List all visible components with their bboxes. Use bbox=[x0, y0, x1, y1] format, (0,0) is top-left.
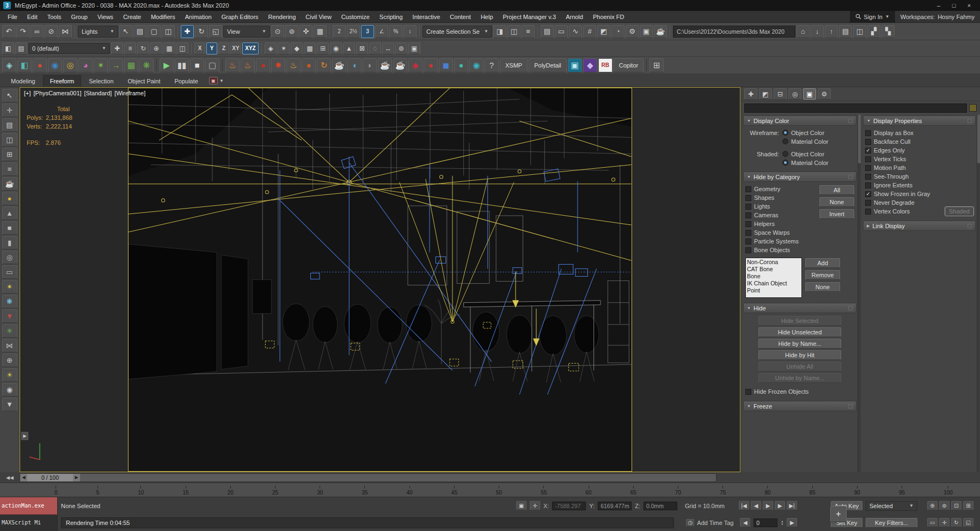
zoom-region-icon[interactable]: ▭ bbox=[927, 518, 938, 527]
select-layer-objects-icon[interactable]: ↻ bbox=[137, 42, 149, 54]
particle-systems-checkbox[interactable] bbox=[745, 239, 751, 245]
category-none-button[interactable]: None bbox=[805, 282, 840, 292]
spacing-icon[interactable]: ↔ bbox=[382, 42, 394, 54]
create-tab[interactable]: ✚ bbox=[744, 88, 757, 100]
menu-content[interactable]: Content bbox=[445, 12, 475, 22]
phoenix-liquid-icon[interactable]: ◉ bbox=[48, 58, 62, 72]
teapot-preset-icon[interactable]: ☕ bbox=[332, 58, 346, 72]
bind-to-space-warp-icon[interactable]: ⋈ bbox=[59, 25, 72, 38]
window-crossing-icon[interactable]: ◫ bbox=[162, 25, 175, 38]
rectangular-selection-region-icon[interactable]: ▢ bbox=[148, 25, 161, 38]
explosion-preset-icon[interactable]: ✸ bbox=[271, 58, 285, 72]
frame-spinner[interactable]: ▲▼ bbox=[781, 520, 783, 526]
hide-invert-button[interactable]: Invert bbox=[819, 209, 854, 219]
next-frame-arrow[interactable]: ▶ bbox=[73, 474, 80, 481]
restrict-y-button[interactable]: Y bbox=[206, 42, 217, 54]
delete-cache-icon[interactable]: ▢ bbox=[205, 58, 219, 72]
render-setup-icon[interactable]: ⚙ bbox=[626, 25, 639, 38]
layers-icon[interactable]: ▤ bbox=[2, 118, 17, 132]
star-tool-icon[interactable]: ✶ bbox=[278, 42, 290, 54]
maximize-button[interactable]: □ bbox=[946, 1, 961, 10]
menu-project-manager[interactable]: Project Manager v.3 bbox=[499, 12, 561, 22]
teal-circle-plugin-icon[interactable]: ● bbox=[454, 58, 468, 72]
category-remove-button[interactable]: Remove bbox=[805, 270, 840, 280]
menu-interactive[interactable]: Interactive bbox=[408, 12, 445, 22]
zoom-extents-all-icon[interactable]: ⊞ bbox=[963, 501, 973, 510]
track-bar[interactable]: 0 5 10 15 20 25 30 bbox=[0, 483, 980, 497]
dual-view-icon[interactable]: ◫ bbox=[853, 25, 866, 38]
scroll-down-icon[interactable]: ▼ bbox=[2, 398, 17, 411]
list-item[interactable]: IK Chain Object bbox=[747, 280, 800, 287]
slate-material-editor-icon[interactable]: ◔ bbox=[611, 25, 624, 38]
create-new-layer-icon[interactable]: ✚ bbox=[111, 42, 123, 54]
shapes-checkbox[interactable] bbox=[745, 195, 751, 201]
current-frame-field[interactable]: 0 bbox=[754, 518, 777, 527]
wireframe-object-color-radio[interactable]: Object Color bbox=[782, 129, 854, 137]
y-coordinate-field[interactable]: 6169.477m bbox=[598, 502, 632, 510]
polydetail-button[interactable]: PolyDetail bbox=[529, 58, 567, 72]
cone-icon[interactable]: ▲ bbox=[2, 206, 17, 220]
selection-lock-icon[interactable]: ▣ bbox=[516, 501, 526, 510]
water-drop-plugin-icon[interactable]: ◉ bbox=[469, 58, 483, 72]
shaded-material-color-radio[interactable]: Material Color bbox=[782, 158, 854, 167]
show-frozen-in-gray-checkbox[interactable] bbox=[865, 191, 871, 197]
use-pivot-point-icon[interactable]: ⊙ bbox=[271, 25, 284, 38]
menu-customize[interactable]: Customize bbox=[337, 12, 374, 22]
zoom-all-icon[interactable]: ⊚ bbox=[939, 501, 950, 510]
time-slider-track[interactable]: ◀ 0 / 100 ▶ bbox=[20, 473, 716, 482]
display-color-header[interactable]: ▼ Display Color bbox=[743, 115, 856, 126]
mirror-icon[interactable]: ◫ bbox=[507, 25, 520, 38]
hide-frozen-objects-checkbox[interactable]: Hide Frozen Objects bbox=[745, 387, 854, 396]
file-list-icon[interactable]: ▤ bbox=[839, 25, 852, 38]
ignore-extents-checkbox[interactable] bbox=[865, 182, 871, 188]
sphere-icon[interactable]: ● bbox=[2, 192, 17, 205]
hierarchy-tab[interactable]: ⊟ bbox=[774, 88, 787, 100]
vertex-ticks-checkbox[interactable] bbox=[865, 156, 871, 162]
isolate-layer-icon[interactable]: ◫ bbox=[176, 42, 188, 54]
material-editor-icon[interactable]: ◩ bbox=[597, 25, 610, 38]
swirl-preset-icon[interactable]: ↻ bbox=[317, 58, 331, 72]
bones-icon[interactable]: ⋈ bbox=[2, 339, 17, 352]
object-color-swatch[interactable] bbox=[969, 104, 977, 112]
rendered-frame-window-icon[interactable]: ▣ bbox=[640, 25, 653, 38]
viewport-shading-menu[interactable]: [Wireframe] bbox=[114, 90, 145, 96]
unhide-by-name-button[interactable]: Unhide by Name... bbox=[758, 373, 841, 383]
foliage-icon[interactable]: ✳ bbox=[2, 324, 17, 338]
utilities-tab[interactable]: ⚙ bbox=[818, 88, 831, 100]
mirror-tool-icon[interactable]: ◫ bbox=[2, 133, 17, 147]
outline-tool-icon[interactable]: ◌ bbox=[369, 42, 381, 54]
fire-preset-2-icon[interactable]: ♨ bbox=[241, 58, 255, 72]
ocean-plugin-icon[interactable]: ◖ bbox=[347, 58, 362, 72]
right-column-scrollbar[interactable] bbox=[977, 114, 980, 472]
lava-preset-icon[interactable]: ● bbox=[302, 58, 316, 72]
menu-animation[interactable]: Animation bbox=[181, 12, 216, 22]
menu-phoenix-fd[interactable]: Phoenix FD bbox=[589, 12, 628, 22]
key-filters-button[interactable]: Key Filters... bbox=[866, 518, 917, 528]
ribbon-tab-object-paint[interactable]: Object Paint bbox=[121, 76, 167, 87]
camera-icon[interactable]: ◉ bbox=[2, 383, 17, 396]
menu-civil-view[interactable]: Civil View bbox=[301, 12, 335, 22]
select-and-move-icon[interactable]: ✚ bbox=[181, 25, 194, 38]
restrict-x-button[interactable]: X bbox=[194, 42, 205, 54]
maximize-viewport-toggle-icon[interactable]: ◱ bbox=[963, 518, 973, 527]
array-icon[interactable]: ⊞ bbox=[317, 42, 329, 54]
display-tab[interactable]: ▣ bbox=[803, 88, 816, 100]
hide-by-category-header[interactable]: ▼ Hide by Category bbox=[743, 172, 856, 182]
menu-scripting[interactable]: Scripting bbox=[375, 12, 407, 22]
logo-plugin-icon[interactable]: ◆ bbox=[408, 58, 422, 72]
sign-in-button[interactable]: Sign In ▼ bbox=[850, 11, 895, 23]
list-item[interactable]: Point bbox=[747, 287, 800, 294]
x-coordinate-field[interactable]: -7588.297 bbox=[552, 502, 586, 510]
add-to-layer-icon[interactable]: ≡ bbox=[124, 42, 136, 54]
never-degrade-checkbox[interactable] bbox=[865, 200, 871, 206]
menu-group[interactable]: Group bbox=[66, 12, 92, 22]
set-keys-big-button[interactable]: + bbox=[830, 506, 847, 522]
ribbon-tab-populate[interactable]: Populate bbox=[168, 76, 204, 87]
previous-key-button[interactable]: ◀ bbox=[740, 518, 750, 527]
project-path-field[interactable]: C:\Users\20122\Documents\3ds Max 2020 bbox=[673, 26, 795, 38]
target-icon[interactable]: ◉ bbox=[330, 42, 342, 54]
cone-tool-icon[interactable]: ▲ bbox=[343, 42, 355, 54]
geometry-checkbox[interactable] bbox=[745, 186, 751, 192]
redo-icon[interactable]: ↷ bbox=[16, 25, 29, 38]
spacing-tool-icon[interactable]: ≡ bbox=[2, 162, 17, 176]
